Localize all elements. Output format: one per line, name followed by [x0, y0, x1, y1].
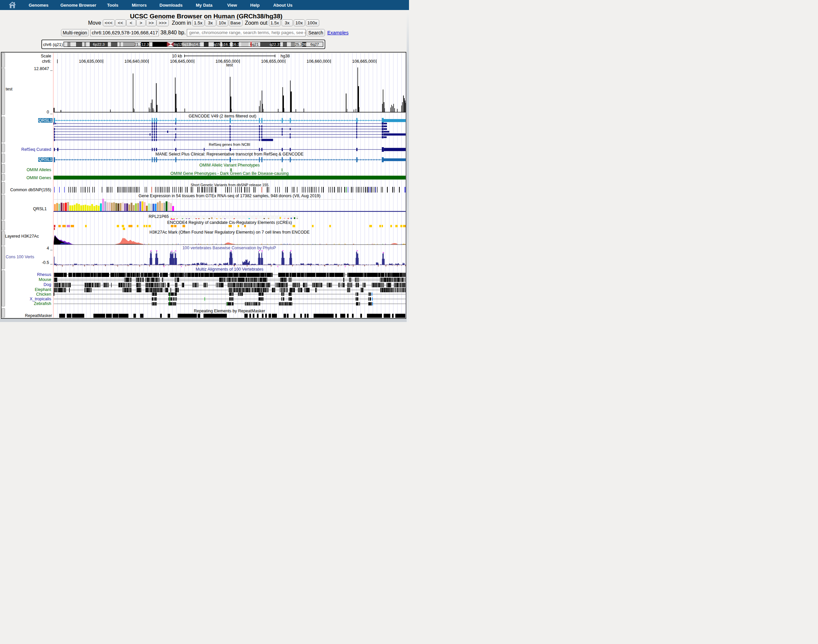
svg-text:0: 0 — [47, 110, 49, 115]
svg-text:6q27: 6q27 — [310, 42, 319, 46]
svg-text:H3K27Ac Mark (Often Found Near: H3K27Ac Mark (Often Found Near Regulator… — [149, 230, 309, 235]
svg-text:6p22.3: 6p22.3 — [93, 42, 105, 46]
svg-text:6q12: 6q12 — [174, 42, 182, 46]
svg-text:106,640,000: 106,640,000 — [124, 59, 148, 64]
svg-text:MANE Select Plus Clinical: Rep: MANE Select Plus Clinical: Representativ… — [155, 152, 303, 156]
svg-text:4: 4 — [47, 246, 49, 251]
svg-text:OMIM Allelic Variant Phenotype: OMIM Allelic Variant Phenotypes — [199, 163, 260, 167]
svg-text:6q21: 6q21 — [250, 42, 259, 46]
svg-text:test: test — [226, 63, 233, 67]
svg-text:106,665,000: 106,665,000 — [352, 59, 375, 64]
svg-text:106,660,000: 106,660,000 — [306, 59, 330, 64]
svg-text:Short Genetic Variants from db: Short Genetic Variants from dbSNP releas… — [190, 183, 268, 187]
svg-text:Elephant: Elephant — [35, 287, 51, 292]
svg-text:RefSeq genes from NCBI: RefSeq genes from NCBI — [209, 143, 250, 147]
svg-text:Layered H3K27Ac: Layered H3K27Ac — [5, 234, 39, 239]
svg-text:chr6 (q21): chr6 (q21) — [43, 42, 63, 47]
svg-text:26: 26 — [302, 42, 306, 46]
svg-text:10 kb: 10 kb — [172, 54, 182, 58]
svg-text:106,635,000: 106,635,000 — [79, 59, 102, 64]
svg-text:100 vertebrates Basewise Conse: 100 vertebrates Basewise Conservation by… — [182, 245, 276, 250]
svg-text:Mouse: Mouse — [39, 277, 51, 282]
svg-text:OMIM Genes: OMIM Genes — [26, 175, 51, 180]
svg-text:106,655,000: 106,655,000 — [261, 59, 284, 64]
svg-text:106,645,000: 106,645,000 — [170, 59, 193, 64]
svg-text:X_tropicalis: X_tropicalis — [30, 297, 51, 301]
svg-text:QRSL1: QRSL1 — [39, 157, 52, 162]
svg-text:Multiz Alignments of 100 Verte: Multiz Alignments of 100 Vertebrates — [196, 267, 263, 271]
svg-text:Common dbSNP(155): Common dbSNP(155) — [10, 187, 51, 192]
svg-text:Cons 100 Verts: Cons 100 Verts — [6, 255, 34, 259]
svg-text:QRSL1: QRSL1 — [33, 207, 47, 211]
svg-text:OMIM Gene Phenotypes - Dark Gr: OMIM Gene Phenotypes - Dark Green Can Be… — [170, 171, 289, 176]
svg-text:Scale: Scale — [41, 54, 51, 58]
svg-text:21.1: 21.1 — [135, 42, 142, 46]
svg-text:QRSL1: QRSL1 — [39, 118, 52, 123]
svg-text:12.8047: 12.8047 — [34, 66, 49, 71]
svg-text:hg38: hg38 — [280, 54, 290, 58]
svg-text:RefSeq Curated: RefSeq Curated — [21, 147, 51, 152]
svg-text:12.3: 12.3 — [141, 42, 149, 46]
svg-text:16.3: 16.3 — [232, 42, 239, 46]
svg-text:-0.5: -0.5 — [42, 260, 49, 265]
svg-text:Zebrafish: Zebrafish — [34, 301, 51, 306]
svg-text:Gene Expression in 54 tissues: Gene Expression in 54 tissues from GTEx … — [138, 193, 320, 198]
svg-text:ENCODE4 Registry of candidate: ENCODE4 Registry of candidate Cis-Regula… — [167, 220, 292, 225]
svg-text:RPL21P65: RPL21P65 — [149, 214, 169, 219]
svg-text:OMIM Alleles: OMIM Alleles — [27, 167, 51, 172]
svg-text:q22.31: q22.31 — [270, 42, 281, 46]
svg-text:Rhesus: Rhesus — [37, 272, 51, 277]
svg-text:q15: q15 — [214, 42, 220, 46]
svg-text:chr6:: chr6: — [42, 59, 51, 64]
svg-text:test: test — [6, 87, 13, 91]
svg-text:6q14.1: 6q14.1 — [190, 42, 201, 46]
svg-text:RepeatMasker: RepeatMasker — [25, 313, 52, 318]
svg-text:25.3: 25.3 — [295, 42, 302, 46]
svg-text:q16.1: q16.1 — [222, 42, 231, 46]
svg-text:Repeating Elements by RepeatMa: Repeating Elements by RepeatMasker — [194, 309, 265, 313]
svg-text:Chicken: Chicken — [36, 292, 51, 297]
svg-text:GENCODE V49 (2 items filtered: GENCODE V49 (2 items filtered out) — [189, 114, 257, 118]
svg-text:Dog: Dog — [44, 282, 51, 287]
